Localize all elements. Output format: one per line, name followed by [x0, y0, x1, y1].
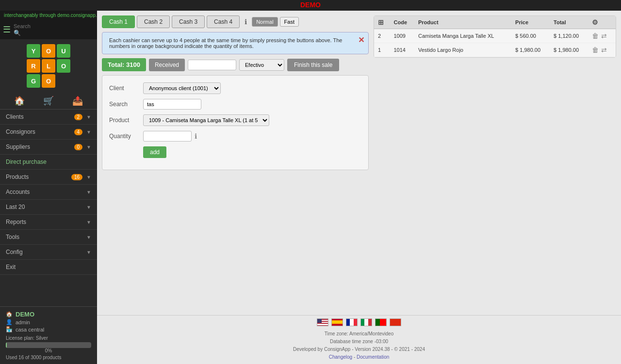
speed-fast-btn[interactable]: Fast	[280, 17, 299, 27]
sidebar: interchangeably through demo.consignapp.…	[0, 11, 97, 364]
cart-icon[interactable]: 🛒	[43, 95, 54, 106]
products-badge: 16	[71, 174, 82, 180]
cash-speed-wrap: Normal Fast	[252, 17, 299, 27]
logo-cell-o2: O	[57, 59, 70, 73]
clients-arrow: ▼	[86, 114, 91, 120]
product-label: Product	[109, 117, 143, 124]
payment-method-select[interactable]: Efectivo Credit Card Debit Card	[239, 59, 284, 71]
sidebar-item-reports[interactable]: Reports ▼	[0, 215, 97, 230]
ticker-text: interchangeably through demo.consignapp.…	[4, 13, 97, 18]
cash-tab-1[interactable]: Cash 1	[102, 16, 135, 28]
demo-bar: DEMO	[0, 0, 621, 11]
payment-amount-input[interactable]	[188, 60, 236, 70]
speed-normal-btn[interactable]: Normal	[252, 17, 278, 27]
home-icon[interactable]: 🏠	[14, 95, 25, 106]
product-select[interactable]: 1009 - Camiseta Manga Larga Talle XL (1 …	[143, 114, 269, 126]
logo-cell-y: Y	[27, 44, 40, 58]
client-form: Client Anonymous client (1001) Search Pr…	[102, 75, 369, 170]
license-label: License plan: Silver	[6, 335, 91, 341]
sidebar-item-suppliers[interactable]: Suppliers 0 ▼	[0, 140, 97, 155]
info-close-icon[interactable]: ✕	[358, 35, 364, 45]
row1-total: $ 1,120.00	[550, 29, 588, 43]
sidebar-item-accounts[interactable]: Accounts ▼	[0, 185, 97, 200]
sidebar-item-consignors[interactable]: Consignors 4 ▼	[0, 125, 97, 140]
quantity-label: Quantity	[109, 133, 143, 140]
col-grid: ⊞	[374, 16, 390, 29]
logo-cell-u: U	[57, 44, 70, 58]
cash-tabs: Cash 1 Cash 2 Cash 3 Cash 4 ℹ Normal Fas…	[102, 16, 369, 28]
flag-us[interactable]	[317, 318, 328, 326]
row2-total: $ 1,980.00	[550, 43, 588, 57]
sidebar-icon-row: 🏠 🛒 📤	[0, 93, 97, 110]
consignors-badge: 4	[74, 129, 83, 135]
scroll-ticker: interchangeably through demo.consignapp.…	[0, 11, 97, 20]
developed-by-text: Developed by ConsignApp - Version 2024.3…	[100, 346, 618, 353]
building-icon: 🏠	[6, 311, 13, 317]
flag-fr[interactable]	[346, 318, 358, 326]
cash-tab-3[interactable]: Cash 3	[172, 16, 205, 28]
client-select[interactable]: Anonymous client (1001)	[143, 82, 221, 94]
flag-it[interactable]	[360, 318, 372, 326]
sidebar-search-wrap: 🔍	[14, 23, 89, 36]
delete-icon-row2[interactable]: 🗑	[592, 46, 599, 54]
progress-bar-wrap	[6, 342, 91, 348]
consignors-arrow: ▼	[86, 129, 91, 135]
total-badge: Total: 3100	[102, 58, 146, 71]
sidebar-item-config[interactable]: Config ▼	[0, 245, 97, 260]
store-icon: 🏪	[6, 326, 13, 332]
search-icon: 🔍	[14, 30, 21, 36]
flag-pt[interactable]	[375, 318, 387, 326]
user-info: 🏠 DEMO 👤 admin 🏪 casa central	[6, 311, 91, 332]
row1-price: $ 560.00	[511, 29, 550, 43]
db-timezone-text: Database time zone -03:00	[100, 338, 618, 346]
sidebar-toggle-btn[interactable]: ☰	[3, 24, 11, 35]
qty-info-icon: ℹ	[195, 132, 197, 140]
reports-arrow: ▼	[86, 220, 91, 225]
used-label: Used 16 of 3000 products	[6, 355, 91, 360]
sidebar-item-direct-purchase[interactable]: Direct purchase	[0, 155, 97, 170]
received-button[interactable]: Received	[149, 59, 185, 71]
language-flags	[100, 318, 618, 326]
documentation-link[interactable]: Documentation	[357, 354, 389, 360]
sidebar-item-exit[interactable]: Exit	[0, 260, 97, 275]
store-label: casa central	[16, 327, 44, 332]
quantity-input[interactable]	[143, 131, 192, 142]
footer: Time zone: America/Montevideo Database t…	[97, 315, 621, 364]
row1-qty: 2	[374, 29, 390, 43]
flag-cn[interactable]	[390, 318, 401, 326]
sidebar-item-last20[interactable]: Last 20 ▼	[0, 200, 97, 215]
product-table-body: 2 1009 Camiseta Manga Larga Talle XL $ 5…	[374, 29, 616, 57]
search-input[interactable]	[14, 23, 89, 29]
pos-left: Cash 1 Cash 2 Cash 3 Cash 4 ℹ Normal Fas…	[102, 16, 369, 310]
pos-right: ⊞ Code Product Price Total ⚙ 2 1	[374, 16, 616, 310]
table-header-row: ⊞ Code Product Price Total ⚙	[374, 16, 616, 29]
info-text: Each cashier can serve up to 4 people at…	[109, 37, 342, 49]
row2-actions: 🗑 ⇄	[588, 43, 616, 57]
add-button[interactable]: add	[143, 146, 166, 158]
sidebar-item-products[interactable]: Products 16 ▼	[0, 170, 97, 185]
admin-label: admin	[16, 319, 30, 325]
progress-label: 0%	[6, 348, 91, 353]
edit-icon-row2[interactable]: ⇄	[601, 46, 607, 54]
sidebar-item-tools[interactable]: Tools ▼	[0, 230, 97, 245]
user-icon: 👤	[6, 319, 13, 325]
cash-tab-4[interactable]: Cash 4	[207, 16, 240, 28]
logo-cell-r: R	[27, 59, 40, 73]
flag-es[interactable]	[331, 318, 343, 326]
gear-icon[interactable]: ⚙	[592, 18, 598, 26]
share-icon[interactable]: 📤	[72, 95, 83, 106]
table-row: 2 1009 Camiseta Manga Larga Talle XL $ 5…	[374, 29, 616, 43]
delete-icon-row1[interactable]: 🗑	[592, 32, 599, 40]
edit-icon-row1[interactable]: ⇄	[601, 32, 607, 40]
timezone-text: Time zone: America/Montevideo	[100, 330, 618, 338]
main-content: Cash 1 Cash 2 Cash 3 Cash 4 ℹ Normal Fas…	[97, 11, 621, 364]
finish-sale-button[interactable]: Finish this sale	[287, 59, 339, 71]
demo-user-label: DEMO	[16, 311, 34, 318]
client-row: Client Anonymous client (1001)	[109, 82, 361, 94]
product-search-input[interactable]	[143, 99, 201, 110]
changelog-link[interactable]: Changelog	[329, 354, 352, 360]
suppliers-arrow: ▼	[86, 144, 91, 150]
cash-tab-2[interactable]: Cash 2	[137, 16, 170, 28]
row2-price: $ 1,980.00	[511, 43, 550, 57]
sidebar-item-clients[interactable]: Clients 2 ▼	[0, 110, 97, 125]
